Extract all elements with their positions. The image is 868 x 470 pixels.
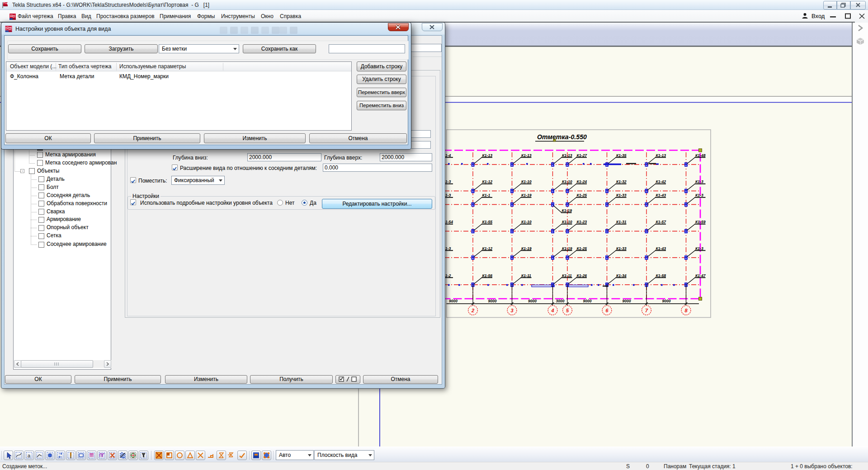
- svg-text:К1-11: К1-11: [562, 273, 572, 278]
- svg-text:К1-19: К1-19: [562, 208, 572, 213]
- svg-text:К1-12: К1-12: [482, 179, 493, 184]
- svg-text:7: 7: [645, 308, 648, 313]
- svg-text:4: 4: [551, 308, 554, 313]
- svg-text:9000: 9000: [623, 299, 631, 303]
- svg-text:К1-59: К1-59: [695, 220, 706, 224]
- svg-text:К1-19: К1-19: [521, 246, 532, 251]
- svg-text:К1-13: К1-13: [656, 153, 666, 158]
- svg-text:К1-25: К1-25: [577, 193, 587, 197]
- svg-text:К1-24: К1-24: [577, 179, 587, 184]
- svg-text:К1-13: К1-13: [482, 153, 493, 158]
- svg-text:К1-34: К1-34: [616, 273, 627, 278]
- svg-text:К1-31: К1-31: [616, 220, 627, 224]
- svg-text:К1-10: К1-10: [521, 179, 532, 184]
- svg-text:К1-13: К1-13: [562, 153, 572, 158]
- svg-text:К1-1: К1-1: [482, 193, 491, 197]
- svg-text:9000: 9000: [449, 299, 458, 303]
- svg-text:К1-26: К1-26: [577, 273, 587, 278]
- svg-text:К1-57: К1-57: [656, 220, 667, 224]
- svg-text:К1-23: К1-23: [577, 220, 587, 224]
- svg-text:К1-10: К1-10: [562, 179, 572, 184]
- svg-text:9000: 9000: [528, 299, 537, 303]
- svg-text:К1-3: К1-3: [695, 193, 703, 197]
- svg-text:К1-56: К1-56: [482, 273, 493, 278]
- svg-text:8: 8: [684, 308, 688, 313]
- svg-text:К1-48: К1-48: [695, 153, 706, 158]
- svg-text:К1-33: К1-33: [616, 246, 627, 251]
- svg-text:К1-27: К1-27: [577, 153, 588, 158]
- svg-text:К1-25: К1-25: [577, 246, 587, 251]
- svg-text:К1-33: К1-33: [616, 193, 627, 197]
- svg-text:К1-35: К1-35: [616, 153, 627, 158]
- svg-text:К1-13: К1-13: [521, 153, 532, 158]
- svg-text:К1-19: К1-19: [521, 193, 532, 197]
- svg-text:a: a: [28, 453, 31, 458]
- svg-text:К1-42: К1-42: [656, 179, 666, 184]
- svg-text:3: 3: [510, 308, 513, 313]
- svg-text:К1-10: К1-10: [521, 220, 532, 224]
- svg-text:К1-10: К1-10: [562, 220, 572, 224]
- svg-text:2: 2: [471, 308, 474, 313]
- svg-text:3000: 3000: [556, 299, 565, 303]
- svg-text:К1-43: К1-43: [656, 246, 666, 251]
- svg-text:К1-11: К1-11: [521, 273, 531, 278]
- svg-text:9000: 9000: [662, 299, 671, 303]
- svg-text:К1-55: К1-55: [482, 220, 493, 224]
- svg-text:К1-12: К1-12: [482, 246, 493, 251]
- svg-text:К1-43: К1-43: [656, 193, 666, 197]
- svg-text:К1-3: К1-3: [695, 179, 703, 184]
- svg-text:К1-3: К1-3: [695, 246, 703, 251]
- svg-text:Отметка-0.550: Отметка-0.550: [537, 133, 587, 141]
- svg-text:К1-58: К1-58: [656, 273, 666, 278]
- svg-text:К1-47: К1-47: [695, 273, 706, 278]
- svg-text:К1-19: К1-19: [562, 246, 572, 251]
- svg-text:9000: 9000: [583, 299, 592, 303]
- svg-text:6: 6: [605, 308, 609, 313]
- svg-text:К1-32: К1-32: [616, 179, 627, 184]
- svg-text:9000: 9000: [488, 299, 497, 303]
- svg-text:5: 5: [566, 308, 569, 313]
